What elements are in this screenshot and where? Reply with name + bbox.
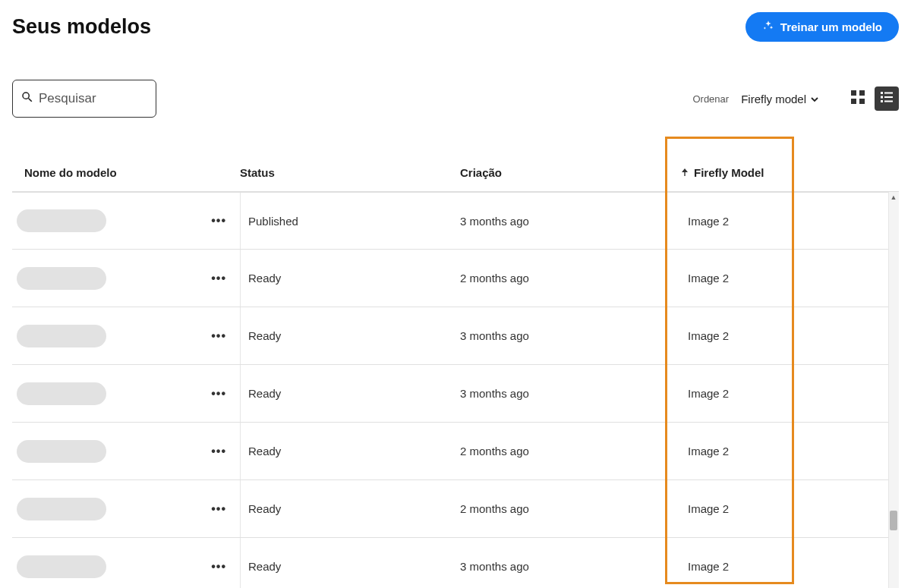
chevron-down-icon xyxy=(811,93,818,105)
scrollbar-thumb[interactable] xyxy=(890,511,897,530)
created-cell: 3 months ago xyxy=(460,329,680,342)
table-row[interactable]: •••Ready3 months agoImage 2 xyxy=(12,538,899,588)
firefly-model-cell: Image 2 xyxy=(680,502,832,515)
created-cell: 3 months ago xyxy=(460,387,680,400)
status-cell: Ready xyxy=(240,423,460,480)
model-name-cell: ••• xyxy=(12,555,240,578)
svg-rect-3 xyxy=(859,99,865,104)
status-cell: Ready xyxy=(240,365,460,422)
model-name-placeholder xyxy=(17,267,106,290)
list-icon xyxy=(879,90,894,108)
model-name-placeholder xyxy=(17,555,106,578)
status-cell: Ready xyxy=(240,307,460,364)
status-cell: Published xyxy=(240,193,460,249)
model-name-cell: ••• xyxy=(12,325,240,347)
svg-rect-0 xyxy=(851,90,856,96)
model-name-cell: ••• xyxy=(12,498,240,520)
firefly-model-cell: Image 2 xyxy=(680,215,832,228)
search-input[interactable] xyxy=(39,91,148,106)
table-body: •••Published3 months agoImage 2•••Ready2… xyxy=(12,192,899,588)
status-cell: Ready xyxy=(240,250,460,307)
search-field[interactable] xyxy=(12,80,156,118)
model-name-placeholder xyxy=(17,440,106,463)
firefly-model-cell: Image 2 xyxy=(680,272,832,285)
grid-icon xyxy=(850,90,865,108)
more-actions-button[interactable]: ••• xyxy=(208,326,229,346)
sort-arrow-up-icon xyxy=(680,166,689,179)
page-title: Seus modelos xyxy=(12,15,151,39)
table-header-row: Nome do modelo Status Criação Firefly Mo… xyxy=(12,156,899,192)
created-cell: 3 months ago xyxy=(460,560,680,573)
table-row[interactable]: •••Ready2 months agoImage 2 xyxy=(12,480,899,538)
column-header-firefly[interactable]: Firefly Model xyxy=(680,166,832,179)
created-cell: 2 months ago xyxy=(460,502,680,515)
firefly-model-cell: Image 2 xyxy=(680,387,832,400)
more-actions-button[interactable]: ••• xyxy=(208,211,229,231)
model-name-cell: ••• xyxy=(12,267,240,290)
svg-rect-1 xyxy=(859,90,865,96)
more-actions-button[interactable]: ••• xyxy=(208,557,229,577)
train-model-button[interactable]: Treinar um modelo xyxy=(746,12,899,42)
train-model-label: Treinar um modelo xyxy=(780,20,882,33)
sort-selected-value: Firefly model xyxy=(741,93,806,105)
firefly-model-cell: Image 2 xyxy=(680,445,832,458)
model-name-cell: ••• xyxy=(12,440,240,463)
model-name-placeholder xyxy=(17,209,106,232)
svg-rect-2 xyxy=(851,99,856,104)
svg-rect-5 xyxy=(884,93,893,94)
model-name-cell: ••• xyxy=(12,209,240,232)
scroll-up-arrow-icon[interactable]: ▲ xyxy=(890,193,897,201)
svg-rect-9 xyxy=(884,101,893,102)
model-name-placeholder xyxy=(17,382,106,405)
table-row[interactable]: •••Ready2 months agoImage 2 xyxy=(12,423,899,480)
sort-label: Ordenar xyxy=(692,93,729,105)
column-header-firefly-label: Firefly Model xyxy=(694,166,764,179)
created-cell: 2 months ago xyxy=(460,445,680,458)
svg-rect-7 xyxy=(884,96,893,98)
search-icon xyxy=(20,90,39,107)
created-cell: 3 months ago xyxy=(460,215,680,228)
sparkle-icon xyxy=(762,20,774,34)
table-row[interactable]: •••Ready3 months agoImage 2 xyxy=(12,365,899,423)
model-name-placeholder xyxy=(17,325,106,347)
grid-view-button[interactable] xyxy=(846,86,870,111)
svg-rect-6 xyxy=(881,96,883,99)
svg-rect-8 xyxy=(881,100,883,102)
svg-rect-4 xyxy=(881,92,883,94)
created-cell: 2 months ago xyxy=(460,272,680,285)
column-header-name[interactable]: Nome do modelo xyxy=(12,166,240,179)
list-view-button[interactable] xyxy=(875,86,899,111)
column-header-created[interactable]: Criação xyxy=(460,166,680,179)
column-header-status[interactable]: Status xyxy=(240,166,460,179)
firefly-model-cell: Image 2 xyxy=(680,560,832,573)
table-row[interactable]: •••Ready3 months agoImage 2 xyxy=(12,307,899,365)
more-actions-button[interactable]: ••• xyxy=(208,384,229,404)
status-cell: Ready xyxy=(240,480,460,537)
sort-dropdown[interactable]: Firefly model xyxy=(741,93,818,105)
status-cell: Ready xyxy=(240,538,460,588)
table-row[interactable]: •••Ready2 months agoImage 2 xyxy=(12,250,899,307)
more-actions-button[interactable]: ••• xyxy=(208,499,229,519)
table-row[interactable]: •••Published3 months agoImage 2 xyxy=(12,192,899,250)
more-actions-button[interactable]: ••• xyxy=(208,442,229,461)
firefly-model-cell: Image 2 xyxy=(680,329,832,342)
more-actions-button[interactable]: ••• xyxy=(208,269,229,288)
scrollbar-track[interactable]: ▲ xyxy=(888,192,899,588)
model-name-cell: ••• xyxy=(12,382,240,405)
model-name-placeholder xyxy=(17,498,106,520)
models-table: Nome do modelo Status Criação Firefly Mo… xyxy=(12,156,899,588)
